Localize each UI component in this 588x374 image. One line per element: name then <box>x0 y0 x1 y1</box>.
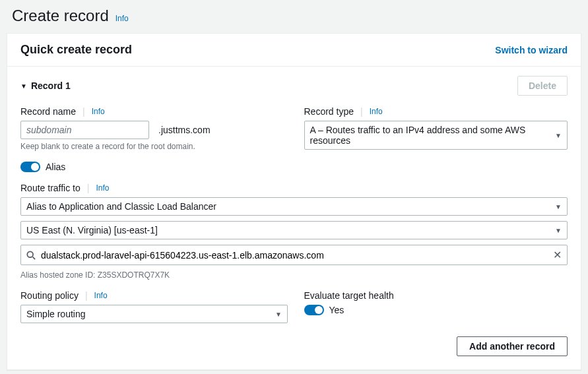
panel-header: Quick create record Switch to wizard <box>7 34 581 67</box>
record-title: Record 1 <box>31 80 71 91</box>
record-name-group: Record name | Info .justtms.com Keep bla… <box>20 106 284 151</box>
alias-type-value: Alias to Application and Classic Load Ba… <box>26 201 216 212</box>
alias-zone-hint: Alias hosted zone ID: Z35SXDOTRQ7X7K <box>20 270 568 280</box>
svg-point-0 <box>27 251 33 257</box>
target-health-label: Evaluate target health <box>304 290 394 301</box>
alias-toggle[interactable] <box>20 162 40 172</box>
close-icon[interactable]: ✕ <box>553 249 562 261</box>
routing-policy-value: Simple routing <box>26 309 86 319</box>
info-link[interactable]: Info <box>94 291 108 300</box>
record-type-group: Record type | Info A – Routes traffic to… <box>304 106 568 150</box>
chevron-down-icon: ▼ <box>555 132 562 139</box>
routing-policy-select[interactable]: Simple routing ▼ <box>20 305 288 323</box>
panel-title: Quick create record <box>20 43 132 57</box>
switch-to-wizard-link[interactable]: Switch to wizard <box>495 45 568 55</box>
record-type-select[interactable]: A – Routes traffic to an IPv4 address an… <box>304 121 568 150</box>
route-traffic-label: Route traffic to <box>20 183 81 193</box>
target-health-toggle[interactable] <box>304 305 324 315</box>
chevron-down-icon: ▼ <box>555 227 562 234</box>
caret-down-icon[interactable]: ▼ <box>20 82 27 90</box>
target-health-group: Evaluate target health Yes <box>304 290 568 315</box>
chevron-down-icon: ▼ <box>275 311 282 318</box>
target-search[interactable]: ✕ <box>20 245 568 265</box>
page-header: Create record Info <box>7 7 581 25</box>
target-health-value: Yes <box>329 305 344 315</box>
region-select[interactable]: US East (N. Virginia) [us-east-1] ▼ <box>20 221 568 239</box>
record-name-hint: Keep blank to create a record for the ro… <box>20 142 284 151</box>
info-link[interactable]: Info <box>115 14 129 23</box>
routing-policy-group: Routing policy | Info Simple routing ▼ <box>20 290 284 323</box>
alias-group: Alias <box>20 162 568 172</box>
info-link[interactable]: Info <box>96 183 109 193</box>
info-link[interactable]: Info <box>92 107 105 116</box>
svg-line-1 <box>33 257 36 259</box>
record-header: ▼ Record 1 Delete <box>20 76 568 96</box>
search-icon <box>26 251 36 260</box>
subdomain-input[interactable] <box>20 121 149 139</box>
alias-label: Alias <box>46 162 65 172</box>
domain-suffix: .justtms.com <box>158 125 211 135</box>
route-traffic-group: Route traffic to | Info Alias to Applica… <box>20 183 568 280</box>
info-link[interactable]: Info <box>370 107 383 116</box>
alias-type-select[interactable]: Alias to Application and Classic Load Ba… <box>20 197 568 216</box>
quick-create-panel: Quick create record Switch to wizard ▼ R… <box>7 33 581 370</box>
delete-button[interactable]: Delete <box>517 76 568 96</box>
add-another-record-button[interactable]: Add another record <box>457 336 568 356</box>
chevron-down-icon: ▼ <box>555 203 562 210</box>
page-title: Create record <box>12 7 109 25</box>
routing-policy-label: Routing policy <box>20 290 79 301</box>
target-input[interactable] <box>41 250 548 261</box>
region-value: US East (N. Virginia) [us-east-1] <box>26 225 158 235</box>
record-name-label: Record name <box>20 106 76 117</box>
record-type-value: A – Routes traffic to an IPv4 address an… <box>310 125 556 146</box>
record-type-label: Record type <box>304 106 354 117</box>
